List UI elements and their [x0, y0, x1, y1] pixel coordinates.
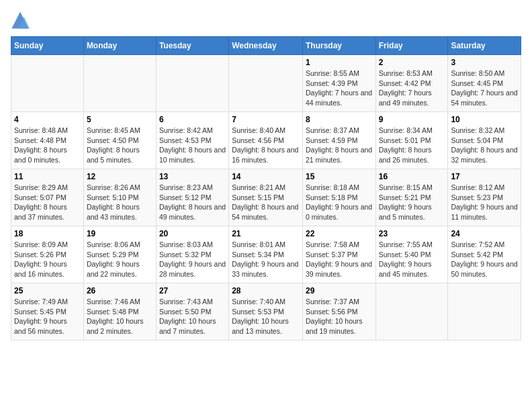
calendar-cell: 18Sunrise: 8:09 AM Sunset: 5:26 PM Dayli…: [11, 226, 84, 283]
calendar-cell: 25Sunrise: 7:49 AM Sunset: 5:45 PM Dayli…: [11, 283, 84, 340]
logo-icon: [11, 11, 30, 30]
day-number: 2: [379, 58, 445, 67]
day-info: Sunrise: 8:23 AM Sunset: 5:12 PM Dayligh…: [159, 183, 226, 222]
day-number: 8: [306, 115, 373, 124]
day-number: 11: [14, 172, 81, 181]
day-number: 22: [306, 229, 373, 238]
header-day-tuesday: Tuesday: [156, 37, 228, 55]
day-info: Sunrise: 8:55 AM Sunset: 4:39 PM Dayligh…: [306, 68, 373, 108]
day-number: 24: [451, 229, 518, 238]
calendar-cell: 15Sunrise: 8:18 AM Sunset: 5:18 PM Dayli…: [302, 169, 375, 226]
day-number: 7: [232, 115, 300, 124]
day-number: 23: [379, 229, 445, 238]
day-info: Sunrise: 7:37 AM Sunset: 5:56 PM Dayligh…: [306, 297, 373, 336]
day-number: 25: [14, 286, 81, 295]
day-number: 21: [232, 229, 300, 238]
calendar-cell: [156, 55, 228, 112]
day-number: 26: [87, 286, 153, 295]
day-number: 28: [232, 286, 300, 295]
day-info: Sunrise: 7:40 AM Sunset: 5:53 PM Dayligh…: [232, 297, 300, 336]
calendar-header-row: SundayMondayTuesdayWednesdayThursdayFrid…: [11, 37, 521, 55]
calendar-cell: [83, 55, 156, 112]
day-info: Sunrise: 8:37 AM Sunset: 4:59 PM Dayligh…: [306, 126, 373, 165]
day-number: 6: [159, 115, 226, 124]
day-info: Sunrise: 8:15 AM Sunset: 5:21 PM Dayligh…: [379, 183, 445, 222]
calendar-table: SundayMondayTuesdayWednesdayThursdayFrid…: [11, 36, 521, 340]
calendar-cell: 23Sunrise: 7:55 AM Sunset: 5:40 PM Dayli…: [375, 226, 448, 283]
day-number: 9: [379, 115, 445, 124]
day-number: 5: [87, 115, 153, 124]
header-day-saturday: Saturday: [448, 37, 521, 55]
calendar-cell: 20Sunrise: 8:03 AM Sunset: 5:32 PM Dayli…: [156, 226, 228, 283]
week-row-3: 11Sunrise: 8:29 AM Sunset: 5:07 PM Dayli…: [11, 169, 521, 226]
day-info: Sunrise: 8:06 AM Sunset: 5:29 PM Dayligh…: [87, 240, 153, 279]
day-number: 18: [14, 229, 81, 238]
calendar-cell: 12Sunrise: 8:26 AM Sunset: 5:10 PM Dayli…: [83, 169, 156, 226]
week-row-4: 18Sunrise: 8:09 AM Sunset: 5:26 PM Dayli…: [11, 226, 521, 283]
day-number: 16: [379, 172, 445, 181]
day-info: Sunrise: 8:42 AM Sunset: 4:53 PM Dayligh…: [159, 126, 226, 165]
day-number: 1: [306, 58, 373, 67]
day-info: Sunrise: 8:53 AM Sunset: 4:42 PM Dayligh…: [379, 68, 445, 108]
calendar-cell: 7Sunrise: 8:40 AM Sunset: 4:56 PM Daylig…: [229, 112, 303, 169]
day-info: Sunrise: 8:45 AM Sunset: 4:50 PM Dayligh…: [87, 126, 153, 165]
calendar-cell: [11, 55, 84, 112]
calendar-cell: 24Sunrise: 7:52 AM Sunset: 5:42 PM Dayli…: [448, 226, 521, 283]
header-day-friday: Friday: [375, 37, 448, 55]
header-day-thursday: Thursday: [302, 37, 375, 55]
day-info: Sunrise: 8:03 AM Sunset: 5:32 PM Dayligh…: [159, 240, 226, 279]
calendar-cell: 22Sunrise: 7:58 AM Sunset: 5:37 PM Dayli…: [302, 226, 375, 283]
day-info: Sunrise: 7:43 AM Sunset: 5:50 PM Dayligh…: [159, 297, 226, 336]
day-info: Sunrise: 8:29 AM Sunset: 5:07 PM Dayligh…: [14, 183, 81, 222]
day-info: Sunrise: 8:26 AM Sunset: 5:10 PM Dayligh…: [87, 183, 153, 222]
calendar-cell: 14Sunrise: 8:21 AM Sunset: 5:15 PM Dayli…: [229, 169, 303, 226]
calendar-cell: 2Sunrise: 8:53 AM Sunset: 4:42 PM Daylig…: [375, 55, 448, 112]
header-day-sunday: Sunday: [11, 37, 84, 55]
day-info: Sunrise: 8:18 AM Sunset: 5:18 PM Dayligh…: [306, 183, 373, 222]
day-number: 3: [451, 58, 518, 67]
week-row-2: 4Sunrise: 8:48 AM Sunset: 4:48 PM Daylig…: [11, 112, 521, 169]
day-number: 29: [306, 286, 373, 295]
calendar-cell: 9Sunrise: 8:34 AM Sunset: 5:01 PM Daylig…: [375, 112, 448, 169]
day-info: Sunrise: 7:52 AM Sunset: 5:42 PM Dayligh…: [451, 240, 518, 279]
calendar-cell: 1Sunrise: 8:55 AM Sunset: 4:39 PM Daylig…: [302, 55, 375, 112]
calendar-cell: 8Sunrise: 8:37 AM Sunset: 4:59 PM Daylig…: [302, 112, 375, 169]
calendar-cell: 21Sunrise: 8:01 AM Sunset: 5:34 PM Dayli…: [229, 226, 303, 283]
day-number: 19: [87, 229, 153, 238]
day-info: Sunrise: 7:49 AM Sunset: 5:45 PM Dayligh…: [14, 297, 81, 336]
day-info: Sunrise: 8:50 AM Sunset: 4:45 PM Dayligh…: [451, 68, 518, 108]
day-info: Sunrise: 7:58 AM Sunset: 5:37 PM Dayligh…: [306, 240, 373, 279]
calendar-cell: [375, 283, 448, 340]
day-number: 15: [306, 172, 373, 181]
day-number: 10: [451, 115, 518, 124]
day-number: 20: [159, 229, 226, 238]
day-info: Sunrise: 8:09 AM Sunset: 5:26 PM Dayligh…: [14, 240, 81, 279]
calendar-cell: 28Sunrise: 7:40 AM Sunset: 5:53 PM Dayli…: [229, 283, 303, 340]
header-day-wednesday: Wednesday: [229, 37, 303, 55]
day-number: 27: [159, 286, 226, 295]
day-info: Sunrise: 8:01 AM Sunset: 5:34 PM Dayligh…: [232, 240, 300, 279]
header-day-monday: Monday: [83, 37, 156, 55]
day-info: Sunrise: 8:48 AM Sunset: 4:48 PM Dayligh…: [14, 126, 81, 165]
calendar-cell: 13Sunrise: 8:23 AM Sunset: 5:12 PM Dayli…: [156, 169, 228, 226]
day-info: Sunrise: 7:55 AM Sunset: 5:40 PM Dayligh…: [379, 240, 445, 279]
calendar-cell: 17Sunrise: 8:12 AM Sunset: 5:23 PM Dayli…: [448, 169, 521, 226]
day-info: Sunrise: 8:12 AM Sunset: 5:23 PM Dayligh…: [451, 183, 518, 222]
calendar-cell: 3Sunrise: 8:50 AM Sunset: 4:45 PM Daylig…: [448, 55, 521, 112]
calendar-cell: 5Sunrise: 8:45 AM Sunset: 4:50 PM Daylig…: [83, 112, 156, 169]
day-info: Sunrise: 8:32 AM Sunset: 5:04 PM Dayligh…: [451, 126, 518, 165]
calendar-cell: 16Sunrise: 8:15 AM Sunset: 5:21 PM Dayli…: [375, 169, 448, 226]
day-number: 17: [451, 172, 518, 181]
calendar-cell: [448, 283, 521, 340]
day-info: Sunrise: 8:21 AM Sunset: 5:15 PM Dayligh…: [232, 183, 300, 222]
week-row-5: 25Sunrise: 7:49 AM Sunset: 5:45 PM Dayli…: [11, 283, 521, 340]
day-number: 14: [232, 172, 300, 181]
day-number: 13: [159, 172, 226, 181]
calendar-cell: 4Sunrise: 8:48 AM Sunset: 4:48 PM Daylig…: [11, 112, 84, 169]
day-number: 12: [87, 172, 153, 181]
calendar-cell: 6Sunrise: 8:42 AM Sunset: 4:53 PM Daylig…: [156, 112, 228, 169]
logo: [11, 11, 32, 30]
calendar-cell: [229, 55, 303, 112]
page-header: [11, 11, 521, 30]
calendar-cell: 11Sunrise: 8:29 AM Sunset: 5:07 PM Dayli…: [11, 169, 84, 226]
